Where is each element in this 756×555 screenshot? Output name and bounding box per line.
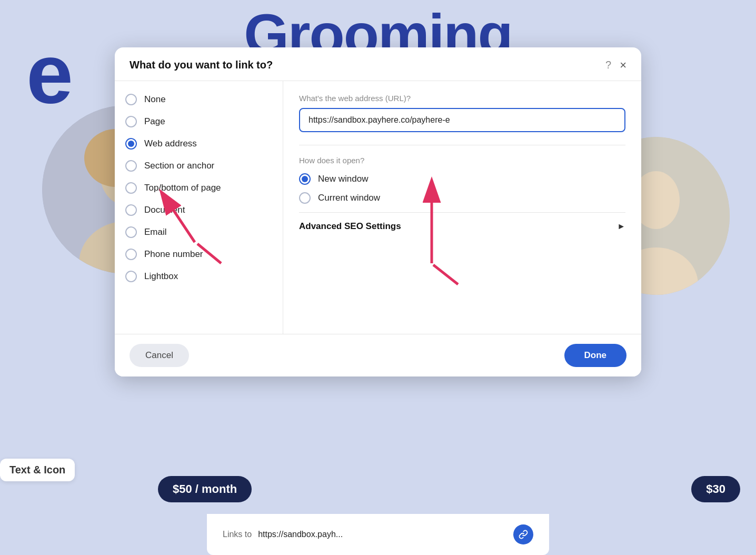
modal-body: NonePageWeb addressSection or anchorTop/… [115,81,641,334]
radio-circle-page [125,116,137,127]
radio-label-top-bottom: Top/bottom of page [144,183,221,193]
divider-1 [299,145,625,145]
radio-option-lightbox[interactable]: Lightbox [125,271,272,282]
radio-option-page[interactable]: Page [125,116,272,127]
radio-circle-section-anchor [125,160,137,172]
open-option-current-window[interactable]: Current window [299,192,625,204]
advanced-seo-row[interactable]: Advanced SEO Settings ► [299,212,625,240]
radio-label-lightbox: Lightbox [144,271,178,282]
radio-label-page: Page [144,116,165,127]
radio-label-email: Email [144,227,167,237]
radio-circle-document [125,204,137,216]
link-settings-panel: What's the web address (URL)? How does i… [283,81,641,334]
radio-option-phone[interactable]: Phone number [125,249,272,260]
radio-label-phone: Phone number [144,249,203,260]
advanced-arrow-icon: ► [617,222,625,231]
close-button[interactable]: × [620,60,626,71]
radio-label-web-address: Web address [144,138,197,149]
open-label-current-window: Current window [318,193,380,203]
radio-option-web-address[interactable]: Web address [125,138,272,150]
radio-option-email[interactable]: Email [125,226,272,238]
modal-overlay: What do you want to link to? ? × NonePag… [0,0,756,555]
modal-header-actions: ? × [605,59,626,71]
radio-option-none[interactable]: None [125,94,272,105]
modal-footer: Cancel Done [115,334,641,376]
modal-title: What do you want to link to? [130,59,273,71]
radio-circle-phone [125,249,137,260]
url-input[interactable] [299,108,625,132]
radio-option-document[interactable]: Document [125,204,272,216]
radio-option-section-anchor[interactable]: Section or anchor [125,160,272,172]
open-circle-current-window [299,192,311,204]
open-label-new-window: New window [318,174,368,184]
modal-header: What do you want to link to? ? × [115,47,641,81]
done-button[interactable]: Done [564,344,627,367]
radio-circle-lightbox [125,271,137,282]
radio-circle-web-address [125,138,137,150]
open-circle-new-window [299,173,311,185]
cancel-button[interactable]: Cancel [130,344,189,367]
radio-circle-none [125,94,137,105]
radio-label-none: None [144,94,166,105]
radio-label-document: Document [144,205,185,215]
link-dialog: What do you want to link to? ? × NonePag… [115,47,641,376]
help-button[interactable]: ? [605,59,611,71]
radio-circle-email [125,226,137,238]
advanced-seo-label: Advanced SEO Settings [299,221,401,232]
url-field-label: What's the web address (URL)? [299,94,625,103]
radio-label-section-anchor: Section or anchor [144,161,214,171]
radio-option-top-bottom[interactable]: Top/bottom of page [125,182,272,194]
radio-circle-top-bottom [125,182,137,194]
link-type-panel: NonePageWeb addressSection or anchorTop/… [115,81,283,334]
open-options-container: New windowCurrent window [299,173,625,204]
open-label: How does it open? [299,156,625,165]
open-option-new-window[interactable]: New window [299,173,625,185]
